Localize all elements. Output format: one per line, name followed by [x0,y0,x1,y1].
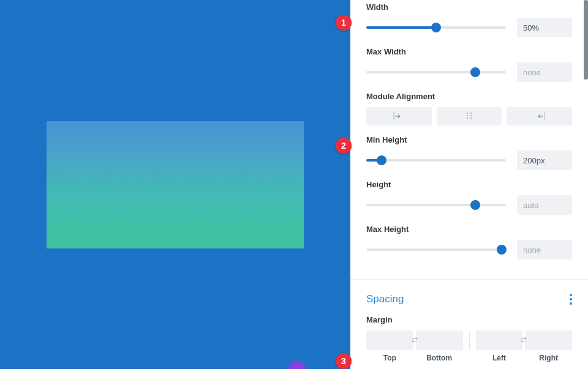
margin-bottom-input[interactable]: . [416,330,463,350]
link-icon[interactable]: ⇄ [412,335,418,344]
field-max-height: Max Height [366,225,572,259]
height-value-input[interactable] [517,195,572,215]
link-icon[interactable]: ⇄ [521,335,527,344]
settings-panel: Width Max Width Module Alignment [350,0,588,369]
align-right-icon [534,112,545,121]
annotation-badge-1: 1 [336,15,352,31]
width-slider-thumb[interactable] [431,23,441,32]
max-height-value-input[interactable] [517,240,572,259]
margin-top-input[interactable]: . [366,330,413,350]
spacing-section-header[interactable]: Spacing [366,280,572,305]
margin-label: Margin [366,315,572,324]
margin-right-label: Right [525,354,572,362]
module-preview[interactable] [47,121,304,248]
spacing-options-icon[interactable] [570,294,572,305]
max-width-label: Max Width [366,47,572,56]
align-right-button[interactable] [507,107,572,125]
height-label: Height [366,180,572,189]
margin-left-label: Left [476,354,523,362]
margin-right-input[interactable]: . [525,330,572,350]
max-height-slider-track[interactable] [366,248,506,251]
field-max-width: Max Width [366,47,572,82]
align-left-icon [393,112,404,121]
max-height-slider-thumb[interactable] [497,245,507,255]
height-slider-track[interactable] [366,204,506,206]
module-alignment-label: Module Alignment [366,92,572,101]
editor-canvas[interactable] [0,0,350,369]
width-label: Width [366,2,572,12]
max-height-label: Max Height [366,225,572,234]
align-center-icon [464,112,475,121]
align-left-button[interactable] [366,107,432,125]
field-module-alignment: Module Alignment [366,92,572,125]
max-width-value-input[interactable] [517,62,572,82]
field-min-height: Min Height [366,135,572,170]
field-height: Height [366,180,572,215]
width-slider-fill [366,26,436,29]
max-width-slider-track[interactable] [366,71,506,73]
margin-divider [469,330,470,350]
min-height-slider-thumb[interactable] [377,155,386,165]
width-value-input[interactable] [517,18,572,37]
spacing-title: Spacing [366,293,404,305]
field-margin: Margin . . ⇄ Top Bottom . [366,315,572,362]
margin-top-label: Top [366,354,413,362]
field-width: Width [366,2,572,37]
annotation-badge-2: 2 [336,138,352,154]
min-height-slider-track[interactable] [366,159,506,162]
annotation-badge-3: 3 [336,353,352,369]
min-height-label: Min Height [366,135,572,144]
max-width-slider-thumb[interactable] [470,67,480,77]
width-slider-track[interactable] [366,26,506,29]
align-center-button[interactable] [437,107,502,125]
min-height-value-input[interactable] [517,151,572,170]
margin-bottom-label: Bottom [416,354,463,362]
height-slider-thumb[interactable] [470,200,480,210]
margin-left-input[interactable]: . [476,330,523,350]
